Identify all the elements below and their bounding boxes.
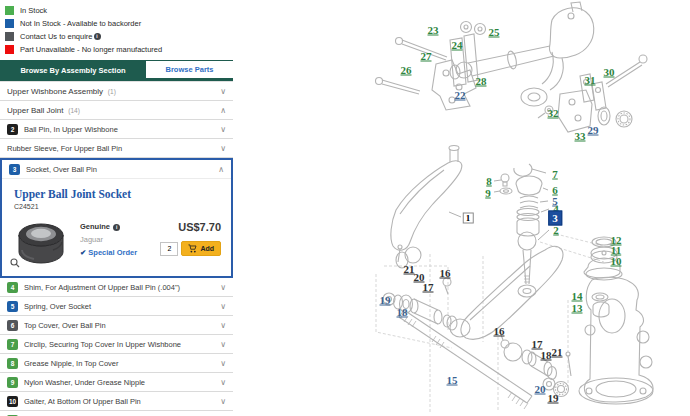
- diagram-line-art: [360, 0, 690, 416]
- chevron-down-icon: ∨: [220, 87, 226, 96]
- legend-item-contact-us-to-enquire: Contact Us to enquirei: [5, 30, 233, 43]
- tab-browse-by-assembly-section[interactable]: Browse By Assembly Section: [0, 60, 146, 81]
- diagram-label-21[interactable]: 21: [552, 347, 563, 358]
- part-number-badge: 5: [7, 301, 18, 312]
- diagram-label-15[interactable]: 15: [447, 375, 458, 386]
- tab-browse-parts[interactable]: Browse Parts: [146, 61, 233, 78]
- info-icon[interactable]: i: [113, 224, 120, 231]
- row-label: Upper Ball Joint (14): [7, 106, 216, 115]
- accordion-part-socket-over-ball-pin[interactable]: 3Socket, Over Ball Pin∧: [2, 160, 231, 179]
- legend-item-not-in-stock-available-to-backorder: Not In Stock - Available to backorder: [5, 17, 233, 30]
- part-number-badge: 3: [9, 164, 20, 175]
- diagram-label-22[interactable]: 22: [455, 90, 466, 101]
- accordion-part-top-cover-over-ball-pin[interactable]: 6Top Cover, Over Ball Pin∨: [0, 316, 233, 335]
- diagram-label-28[interactable]: 28: [476, 76, 487, 87]
- row-label: Ball Pin, In Upper Wishbone: [24, 125, 216, 134]
- price: US$7.70: [157, 221, 221, 233]
- genuine-row: Genuine i: [80, 222, 157, 231]
- product-part-number: C24521: [14, 203, 221, 210]
- chevron-down-icon: ∨: [220, 283, 226, 292]
- accordion-part-insert-between-gaiter-and-upper-wishbone[interactable]: 11Insert, Between Gaiter And Upper Wishb…: [0, 411, 233, 416]
- part-count: (1): [106, 88, 116, 95]
- diagram-label-25[interactable]: 25: [489, 27, 500, 38]
- diagram-label-16[interactable]: 16: [440, 268, 451, 279]
- part-number-badge: 9: [7, 377, 18, 388]
- zoom-magnifier-icon[interactable]: [10, 254, 20, 272]
- row-label: Circlip, Securing Top Cover In Upper Wis…: [24, 340, 216, 349]
- legend-label: In Stock: [20, 6, 47, 15]
- diagram-label-18[interactable]: 18: [397, 307, 408, 318]
- diagram-label-19[interactable]: 19: [380, 295, 391, 306]
- diagram-label-8[interactable]: 8: [486, 176, 492, 187]
- add-to-cart-button[interactable]: Add: [181, 241, 221, 256]
- cart-icon: [188, 244, 197, 253]
- stock-color-swatch: [5, 6, 14, 15]
- info-icon[interactable]: i: [94, 33, 101, 40]
- product-card: Upper Ball Joint Socket C24521: [2, 179, 231, 276]
- row-label: Rubber Sleeve, For Upper Ball Pin: [7, 144, 216, 153]
- row-label: Upper Wishbone Assembly (1): [7, 87, 216, 96]
- diagram-label-18[interactable]: 18: [541, 350, 552, 361]
- part-number-badge: 10: [7, 396, 18, 407]
- accordion-part-ball-pin-in-upper-wishbone[interactable]: 2Ball Pin, In Upper Wishbone∨: [0, 120, 233, 139]
- diagram-label-33[interactable]: 33: [575, 131, 586, 142]
- genuine-label: Genuine: [80, 222, 110, 231]
- availability-row: ✔Special Order: [80, 248, 157, 257]
- diagram-label-17[interactable]: 17: [423, 282, 434, 293]
- part-number-badge: 7: [7, 339, 18, 350]
- row-label: Grease Nipple, In Top Cover: [24, 359, 216, 368]
- chevron-up-icon: ∧: [218, 165, 224, 174]
- socket-product-photo: [14, 220, 68, 268]
- ball-joint-stack-art: [494, 164, 549, 297]
- accordion-part-grease-nipple-in-top-cover[interactable]: 8Grease Nipple, In Top Cover∨: [0, 354, 233, 373]
- diagram-label-32[interactable]: 32: [548, 108, 559, 119]
- accordion-section-upper-ball-joint[interactable]: Upper Ball Joint (14)∧: [0, 101, 233, 120]
- stock-color-swatch: [5, 45, 14, 54]
- accordion-part-nylon-washer-under-grease-nipple[interactable]: 9Nylon Washer, Under Grease Nipple∨: [0, 373, 233, 392]
- chevron-down-icon: ∨: [220, 340, 226, 349]
- diagram-label-26[interactable]: 26: [401, 65, 412, 76]
- legend-label: Part Unavailable - No longer manufacture…: [20, 45, 162, 54]
- accordion-part-spring-over-socket[interactable]: 5Spring, Over Socket∨: [0, 297, 233, 316]
- diagram-label-30[interactable]: 30: [604, 67, 615, 78]
- accordion-part-shim-for-adjustment-of-upper-ball-pin-004[interactable]: 4Shim, For Adjustment Of Upper Ball Pin …: [0, 278, 233, 297]
- accordion-part-gaiter-at-bottom-of-upper-ball-pin[interactable]: 10Gaiter, At Bottom Of Upper Ball Pin∨: [0, 392, 233, 411]
- accordion-section-upper-wishbone-assembly[interactable]: Upper Wishbone Assembly (1)∨: [0, 82, 233, 101]
- accordion-part-circlip-securing-top-cover-in-upper-wishbone[interactable]: 7Circlip, Securing Top Cover In Upper Wi…: [0, 335, 233, 354]
- diagram-label-7[interactable]: 7: [552, 169, 558, 180]
- diagram-label-19[interactable]: 19: [548, 393, 559, 404]
- diagram-label-31[interactable]: 31: [585, 75, 596, 86]
- diagram-label-27[interactable]: 27: [421, 51, 432, 62]
- stock-color-swatch: [5, 19, 14, 28]
- row-label: Gaiter, At Bottom Of Upper Ball Pin: [24, 397, 216, 406]
- availability-label: Special Order: [88, 248, 137, 257]
- diagram-label-13[interactable]: 13: [572, 303, 583, 314]
- check-icon: ✔: [80, 248, 86, 257]
- diagram-label-16[interactable]: 16: [494, 326, 505, 337]
- diagram-label-10[interactable]: 10: [611, 256, 622, 267]
- part-number-badge: 4: [7, 282, 18, 293]
- diagram-label-14[interactable]: 14: [572, 291, 583, 302]
- brand-label: Jaguar: [80, 235, 157, 244]
- diagram-label-20[interactable]: 20: [535, 384, 546, 395]
- selected-part-panel: 3Socket, Over Ball Pin∧ Upper Ball Joint…: [0, 158, 233, 278]
- parts-accordion: Upper Wishbone Assembly (1)∨Upper Ball J…: [0, 81, 233, 416]
- row-label: Nylon Washer, Under Grease Nipple: [24, 378, 216, 387]
- product-title-link[interactable]: Upper Ball Joint Socket: [14, 188, 221, 200]
- legend-item-in-stock: In Stock: [5, 4, 233, 17]
- product-image[interactable]: [14, 220, 68, 268]
- stock-color-swatch: [5, 32, 14, 41]
- diagram-label-1[interactable]: 1: [463, 213, 474, 224]
- accordion-part-rubber-sleeve-for-upper-ball-pin[interactable]: Rubber Sleeve, For Upper Ball Pin∨: [0, 139, 233, 158]
- diagram-label-29[interactable]: 29: [588, 125, 599, 136]
- parts-browser-panel: In StockNot In Stock - Available to back…: [0, 0, 233, 416]
- diagram-label-23[interactable]: 23: [428, 25, 439, 36]
- add-button-label: Add: [200, 245, 214, 252]
- quantity-input[interactable]: [160, 242, 178, 256]
- legend-label: Not In Stock - Available to backorder: [20, 19, 141, 28]
- diagram-label-9[interactable]: 9: [485, 188, 491, 199]
- diagram-label-24[interactable]: 24: [452, 40, 463, 51]
- row-label: Spring, Over Socket: [24, 302, 216, 311]
- tab-bar: Browse By Assembly Section Browse Parts: [0, 60, 233, 81]
- diagram-label-2[interactable]: 2: [553, 225, 559, 236]
